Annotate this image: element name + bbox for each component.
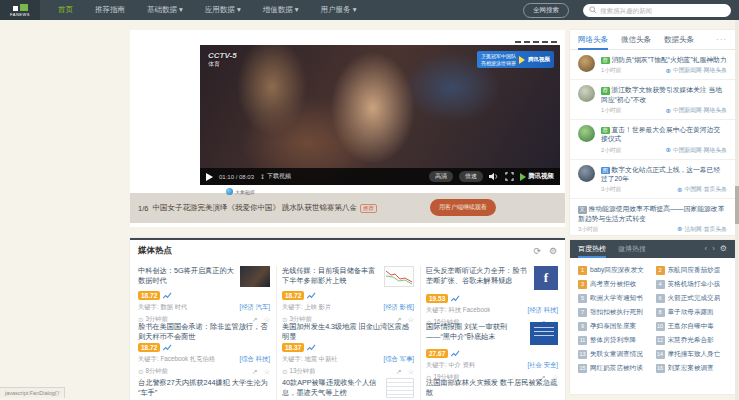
news-card[interactable]: 法国南部森林火灾频发 数千居民被紧急疏散 [426,378,558,397]
next-arrow-icon[interactable]: › [712,245,715,253]
news-card[interactable]: 国际情报圈 刘某一审获刑——“黑中介”卧底始末 27.67 关键字: 中介 资料… [426,322,558,382]
clock-icon: ⊙ [138,368,143,376]
carousel-dot[interactable] [533,41,539,43]
recommend-badge: 荐 [601,87,610,94]
item-source: ⊕中国新闻网·网络头条 [665,106,727,115]
keywords: 关键字: 上映 影片 [282,303,331,312]
banner-text: 卫冕冠军中国队 亮相游泳世锦赛 [481,53,516,66]
more-icon[interactable]: ··· [716,35,727,44]
media-hotspot-panel: 媒体热点 ⟳ ⚙ 中科创达：5G将开启真正的大数据时代 18.72 关键字: 数… [130,238,565,400]
rank-badge: 3 [578,280,587,289]
rank-badge: 7 [578,308,587,317]
video-headline-bar: 1/6 中国女子花游完美演绎《我爱你中国》 跳水队获世锦赛第八金 推荐 大象融媒… [130,193,565,223]
volume-icon[interactable] [489,172,499,181]
nav-item-value-data[interactable]: 增值数据 ▾ [263,5,299,15]
global-search-button[interactable]: 全网搜索 [523,3,569,18]
refresh-icon[interactable]: ⟳ [533,247,541,256]
playback-speed-button[interactable]: 倍速 [459,171,483,182]
carousel-dot[interactable] [542,41,548,43]
tab-weibo-hot[interactable]: 微博热搜 [618,240,646,258]
facebook-thumbnail: f [534,266,558,290]
news-card[interactable]: 40款APP被曝违规收集个人信息，墨迹天气等上榜 [282,378,414,400]
publish-time: 8分钟前 [145,367,167,376]
nav-right: 全网搜索 [523,3,739,18]
hot-item[interactable]: 12宋慧乔光希合影 [656,336,728,345]
category-tag[interactable]: [综合 军事] [384,355,414,364]
rank-badge: 14 [656,350,665,359]
nav-item-basic-data[interactable]: 基础数据 ▾ [147,5,183,15]
prev-arrow-icon[interactable]: ‹ [704,245,707,253]
category-tag[interactable]: [经济 汽车] [240,303,270,312]
hot-item[interactable]: 16刘某宏案被调查 [656,364,728,373]
headline-list-item[interactable]: 荐消防员“烟灰”T恤配“火焰蓝”礼服神助力 1小时前 ⊕中国新闻网·网络头条 [570,50,735,80]
nav-item-guide[interactable]: 推荐指南 [95,5,125,15]
play-button[interactable] [206,173,213,181]
hot-item[interactable]: 6火箭正式完成交易 [656,294,728,303]
category-tag[interactable]: [综合 科技] [240,355,270,364]
hot-item[interactable]: 14摩托撞车致人身亡 [656,350,728,359]
news-thumbnail [240,266,270,287]
nav-item-home[interactable]: 首页 [58,5,73,15]
category-tag[interactable]: [经济 影视] [384,303,414,312]
globe-icon: ⊕ [677,186,682,194]
hot-item[interactable]: 10王嘉尔自曝中毒 [656,322,728,331]
category-tag[interactable]: [经济 科技] [528,306,558,315]
continue-watch-button[interactable]: 用客户端继续观看 [430,199,496,216]
hd-quality-button[interactable]: 高清 [429,171,453,182]
news-card[interactable]: 美国加州发生4.3级地震 旧金山湾区震感明显 18.37 关键字: 地震 中新社… [282,322,414,376]
fullscreen-icon[interactable] [505,172,514,181]
hot-item[interactable]: 9孕妇泰国坠崖案 [578,322,650,331]
carousel-dots[interactable] [515,41,557,43]
browser-status-bar: javascript:FanDialog('/ [0,387,65,398]
news-card[interactable]: 光线传媒：目前项目储备丰富 下半年多部影片上映 18.72 关键字: 上映 影片… [282,266,414,324]
keywords: 关键字: Facebook 扎克伯格 [138,355,215,364]
fanews-logo[interactable]: FANEWS [0,0,40,20]
star-icon[interactable]: ☆ [264,368,270,375]
hot-item[interactable]: 4英格机场打伞小孩 [656,280,728,289]
download-video-button[interactable]: ↧ 下载视频 [260,172,291,181]
news-card[interactable]: f巨头反垄断听证火力全开：脸书垄断扩张、谷歌未解释疑虑 19.53 关键字: 科… [426,266,558,327]
nav-item-app-data[interactable]: 应用数据 ▾ [205,5,241,15]
hot-item[interactable]: 3高考查分被拒收 [578,280,650,289]
headline-list-item[interactable]: 荐浙江数字文旅获赞引发媒体关注 当地回应“初心”不改 1小时前 ⊕中国新闻网·网… [570,80,735,120]
carousel-dot[interactable] [524,41,530,43]
hot-item[interactable]: 15网红奶茶店被约谈 [578,364,650,373]
hot-item[interactable]: 11整体房贷利率降 [578,336,650,345]
star-icon[interactable]: ☆ [408,368,414,375]
share-icon[interactable]: ↗ [396,368,402,375]
tencent-video-logo[interactable]: 腾讯视频 [520,172,554,181]
share-icon[interactable]: ↗ [252,368,258,375]
carousel-dot[interactable] [551,41,557,43]
news-card[interactable]: 中科创达：5G将开启真正的大数据时代 18.72 关键字: 数据 时代 [经济 … [138,266,270,324]
news-card[interactable]: 脸书在美国国会承诺：除非监管放行，否则天秤币不会面世 18.72 关键字: Fa… [138,322,270,376]
gear-icon[interactable]: ⚙ [720,245,727,253]
gear-icon[interactable]: ⚙ [549,247,557,256]
scrollbar-thumb[interactable] [735,186,739,224]
rank-badge: 4 [656,280,665,289]
document-thumbnail [530,322,558,345]
tab-baidu-hot[interactable]: 百度热榜 [578,240,606,258]
hot-item[interactable]: 7张扣扣被执行死刑 [578,308,650,317]
headline-list-item[interactable]: 荐直击！世界最大会展中心在黄河边交接仪式 2小时前 ⊕中国新闻网·网络头条 [570,120,735,160]
headline-list-item[interactable]: 图数字文化站点正式上线，这一幕已经过了20年 3小时前 ⊕中国网·首页头条 [570,160,735,200]
news-card[interactable]: 台北警察27天内抓获244嫌犯 大学生沦为“车手” [138,378,270,397]
heat-score-badge: 18.72 [282,291,304,300]
tab-wechat-headlines[interactable]: 微信头条 [621,30,651,50]
top-navbar: FANEWS 首页 推荐指南 基础数据 ▾ 应用数据 ▾ 增值数据 ▾ 用户服务… [0,0,739,20]
hot-item[interactable]: 8章子欣母亲露面 [656,308,728,317]
carousel-dot[interactable] [515,41,521,43]
nav-item-user-service[interactable]: 用户服务 ▾ [321,5,357,15]
headline-title[interactable]: 中国女子花游完美演绎《我爱你中国》 跳水队获世锦赛第八金 [152,203,357,213]
search-input[interactable] [600,7,725,14]
hot-item[interactable]: 2东航回应番茄炒蛋 [656,266,728,275]
hot-item[interactable]: 13失联女童调查情况 [578,350,650,359]
trend-chart-icon [451,295,460,303]
tab-data-headlines[interactable]: 数据头条 [664,30,694,50]
rank-badge: 16 [656,364,665,373]
headline-list-item[interactable]: 文推动能源使用效率不断提高——国家能源改革新趋势与生活方式转变 3小时前 ⊕法制… [570,199,735,235]
video-player[interactable]: CCTV-5 体育 卫冕冠军中国队 亮相游泳世锦赛 腾讯视频 01:10 / 0… [200,45,560,185]
hot-item[interactable]: 5欧洲大学寄通知书 [578,294,650,303]
tab-web-headlines[interactable]: 网络头条 [578,30,608,50]
category-tag[interactable]: [社会 安全] [528,361,558,370]
hot-item[interactable]: 1baby回应深夜发文 [578,266,650,275]
